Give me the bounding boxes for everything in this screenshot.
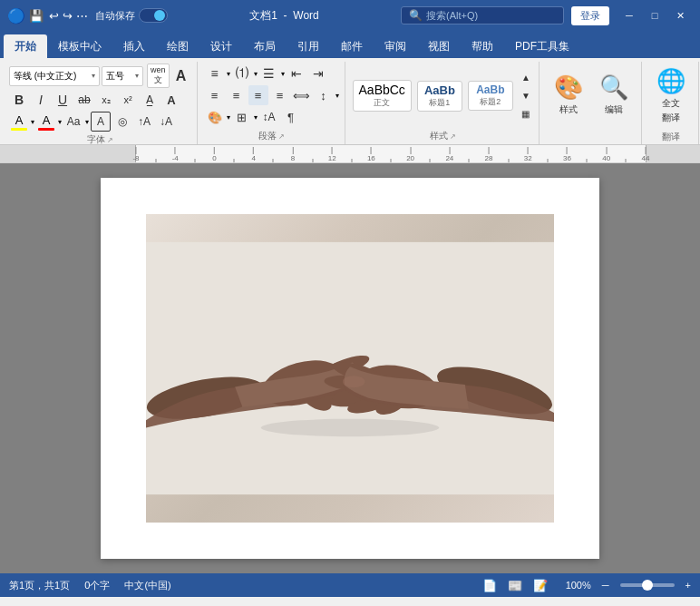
save-icon[interactable]: 💾 xyxy=(29,9,44,23)
numbered-list-button[interactable]: ⑴ xyxy=(232,64,252,83)
tab-review[interactable]: 审阅 xyxy=(374,34,417,58)
tab-draw[interactable]: 绘图 xyxy=(156,34,199,58)
search-icon: 🔍 xyxy=(409,9,423,22)
multilevel-list-button[interactable]: ☰ xyxy=(259,64,279,83)
para-expand-icon[interactable]: ↗ xyxy=(278,132,285,141)
dist-align-button[interactable]: ⟺ xyxy=(292,85,312,105)
editing-large-button[interactable]: 🔍 编辑 xyxy=(592,70,636,135)
line-spacing-dropdown-icon[interactable]: ▾ xyxy=(335,92,339,100)
tab-references[interactable]: 引用 xyxy=(287,34,330,58)
autosave-toggle[interactable] xyxy=(139,8,168,23)
autosave-dot xyxy=(154,10,165,21)
sort-button[interactable]: ↕A xyxy=(259,107,279,127)
tab-mailings[interactable]: 邮件 xyxy=(330,34,374,58)
shrink-font-button[interactable]: ↓A xyxy=(156,112,176,132)
ruler: -8-4048121620242832364044 xyxy=(0,145,700,163)
align-justify-button[interactable]: ≡ xyxy=(270,85,290,105)
char-border-button[interactable]: A xyxy=(91,112,111,132)
view-outline-icon[interactable]: 📝 xyxy=(533,579,548,592)
styles-up-button[interactable]: ▲ xyxy=(519,71,533,85)
highlight-dropdown-icon[interactable]: ▾ xyxy=(31,118,34,126)
tab-help[interactable]: 帮助 xyxy=(461,34,504,58)
bold-button[interactable]: B xyxy=(9,90,29,110)
tab-pdf[interactable]: PDF工具集 xyxy=(504,34,580,58)
align-left-button[interactable]: ≡ xyxy=(205,85,225,105)
app-name: Word xyxy=(293,9,318,22)
maximize-button[interactable]: □ xyxy=(642,3,667,28)
ruler-mark: -4 xyxy=(172,147,179,162)
strikethrough-button[interactable]: ab xyxy=(74,90,94,110)
underline-button[interactable]: U xyxy=(53,90,73,110)
para-group-content: ≡ ▾ ⑴ ▾ ☰ ▾ ⇤ ⇥ ≡ ≡ ≡ ≡ ⟺ ↕ ▾ xyxy=(205,64,339,128)
more-tools-icon[interactable]: ⋯ xyxy=(76,9,88,23)
decrease-indent-button[interactable]: ⇤ xyxy=(287,64,306,83)
tab-insert[interactable]: 插入 xyxy=(112,34,156,58)
ruler-mark: 8 xyxy=(291,147,295,162)
svg-point-16 xyxy=(261,419,439,437)
search-input[interactable] xyxy=(426,10,544,21)
ruler-mark: -8 xyxy=(132,147,139,162)
styles-large-button[interactable]: 🎨 样式 xyxy=(547,70,590,135)
login-button[interactable]: 登录 xyxy=(571,6,609,25)
font-color-dropdown-icon[interactable]: ▾ xyxy=(58,118,62,126)
tab-design[interactable]: 设计 xyxy=(199,34,243,58)
minimize-button[interactable]: ─ xyxy=(617,3,642,28)
style-heading1[interactable]: AaBb 标题1 xyxy=(417,81,462,112)
zoom-out-icon[interactable]: ─ xyxy=(602,580,609,591)
style-normal[interactable]: AaBbCc 正文 xyxy=(353,80,412,112)
bullet-dropdown-icon[interactable]: ▾ xyxy=(227,70,230,78)
shading-button[interactable]: 🎨 xyxy=(205,107,225,127)
ruler-mark xyxy=(626,159,627,162)
zoom-in-icon[interactable]: + xyxy=(685,580,691,591)
ruler-mark xyxy=(391,159,392,162)
tab-template[interactable]: 模板中心 xyxy=(47,34,112,58)
increase-indent-button[interactable]: ⇥ xyxy=(308,64,328,83)
wen-icon[interactable]: wen 文 xyxy=(147,64,170,88)
tab-view[interactable]: 视图 xyxy=(417,34,461,58)
autosave-label: 自动保存 xyxy=(95,9,135,23)
shading-dropdown-icon[interactable]: ▾ xyxy=(227,113,230,122)
char-circle-button[interactable]: ◎ xyxy=(112,112,132,132)
font-family-select[interactable]: 等线 (中文正文) ▾ xyxy=(9,66,100,86)
search-box[interactable]: 🔍 xyxy=(401,6,564,24)
view-web-icon[interactable]: 📰 xyxy=(508,579,522,592)
grow-font-button[interactable]: ↑A xyxy=(134,112,154,132)
char-case-dropdown-icon[interactable]: ▾ xyxy=(85,118,89,126)
zoom-slider[interactable] xyxy=(620,583,675,587)
font-group-content: 等线 (中文正文) ▾ 五号 ▾ wen 文 A xyxy=(9,64,191,132)
undo-icon[interactable]: ↩ xyxy=(49,9,59,23)
italic-button[interactable]: I xyxy=(31,90,51,110)
font-size-select[interactable]: 五号 ▾ xyxy=(102,66,143,86)
ruler-mark xyxy=(469,159,470,162)
show-marks-button[interactable]: ¶ xyxy=(281,107,301,127)
subscript-button[interactable]: x₂ xyxy=(96,90,116,110)
font-enlarge-A-button[interactable]: A xyxy=(171,66,191,86)
redo-icon[interactable]: ↪ xyxy=(63,9,73,23)
font-expand-icon[interactable]: ↗ xyxy=(107,136,113,144)
align-right-button[interactable]: ≡ xyxy=(248,85,268,105)
styles-more-button[interactable]: ▦ xyxy=(519,107,533,122)
border-button[interactable]: ⊞ xyxy=(232,107,252,127)
zoom-slider-thumb[interactable] xyxy=(642,580,653,591)
tab-layout[interactable]: 布局 xyxy=(243,34,287,58)
clear-format-button[interactable]: A̲ xyxy=(140,90,160,110)
superscript-button[interactable]: x² xyxy=(118,90,138,110)
multilevel-dropdown-icon[interactable]: ▾ xyxy=(281,70,285,78)
close-button[interactable]: ✕ xyxy=(667,3,693,28)
full-translate-button[interactable]: 🌐 全文 翻译 xyxy=(649,64,693,129)
font-shrink-button[interactable]: A xyxy=(161,90,181,110)
font-color-button[interactable]: A xyxy=(36,112,56,132)
align-center-button[interactable]: ≡ xyxy=(227,85,247,105)
bullet-list-button[interactable]: ≡ xyxy=(205,64,225,83)
text-highlight-button[interactable]: A xyxy=(9,112,29,132)
line-spacing-button[interactable]: ↕ xyxy=(314,85,334,105)
styles-expand-icon[interactable]: ↗ xyxy=(450,132,456,141)
view-normal-icon[interactable]: 📄 xyxy=(482,579,497,592)
char-case-button[interactable]: Aa xyxy=(63,112,83,132)
tab-home[interactable]: 开始 xyxy=(4,34,47,58)
border-dropdown-icon[interactable]: ▾ xyxy=(254,113,258,122)
style-heading2[interactable]: AaBb 标题2 xyxy=(468,81,513,111)
document-area[interactable] xyxy=(0,163,700,573)
styles-down-button[interactable]: ▼ xyxy=(519,89,533,103)
numbered-dropdown-icon[interactable]: ▾ xyxy=(254,70,258,78)
